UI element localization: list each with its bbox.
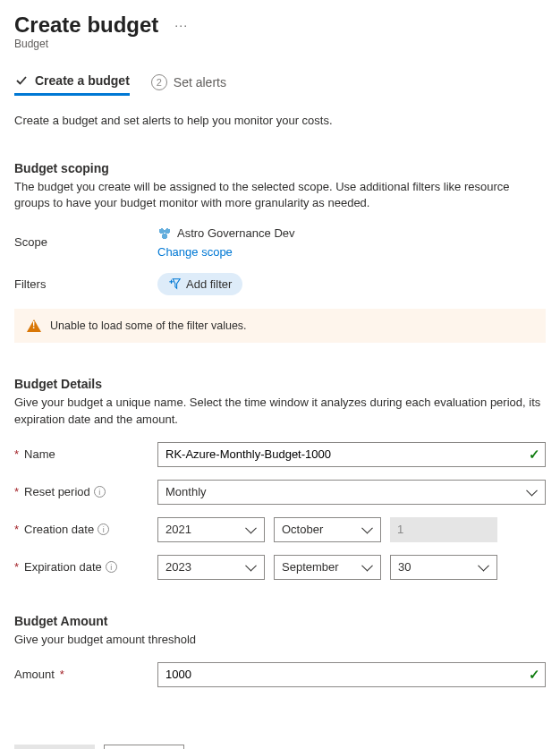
expiration-month-value: September <box>282 560 339 574</box>
expiration-month-select[interactable]: September <box>274 555 381 580</box>
section-heading-amount: Budget Amount <box>14 614 546 628</box>
amount-label: Amount <box>14 668 55 681</box>
section-heading-scoping: Budget scoping <box>14 161 546 175</box>
check-icon <box>14 73 29 88</box>
section-desc-details: Give your budget a unique name. Select t… <box>14 395 546 427</box>
creation-day-value: 1 <box>397 523 403 536</box>
breadcrumb: Budget <box>14 38 546 50</box>
scope-label: Scope <box>14 235 157 249</box>
management-group-icon <box>157 226 172 240</box>
creation-month-value: October <box>282 523 323 536</box>
info-icon[interactable]: i <box>98 523 109 535</box>
expiration-year-value: 2023 <box>165 560 191 574</box>
step-badge: 2 <box>151 74 167 90</box>
tab-label: Set alerts <box>174 75 226 89</box>
expiration-day-value: 30 <box>398 560 411 574</box>
warning-icon <box>27 319 41 332</box>
amount-input[interactable] <box>157 662 546 687</box>
page-title: Create budget <box>14 13 158 38</box>
creation-month-select[interactable]: October <box>274 517 381 542</box>
creation-date-label: Creation date <box>24 523 94 536</box>
tab-create-budget[interactable]: Create a budget <box>14 68 130 96</box>
creation-year-select[interactable]: 2021 <box>157 517 265 542</box>
section-desc-amount: Give your budget amount threshold <box>14 632 546 648</box>
info-icon[interactable]: i <box>94 486 106 498</box>
reset-period-value: Monthly <box>165 485 207 498</box>
valid-check-icon: ✓ <box>529 667 540 683</box>
next-button[interactable]: Next > <box>104 745 184 749</box>
filter-add-icon <box>168 277 181 290</box>
name-input[interactable] <box>157 442 546 467</box>
more-actions-button[interactable]: ··· <box>171 18 191 32</box>
expiration-date-label: Expiration date <box>24 560 102 574</box>
page-description: Create a budget and set alerts to help y… <box>14 114 546 127</box>
name-label: Name <box>24 447 55 461</box>
warning-banner: Unable to load some of the filter values… <box>14 309 546 343</box>
expiration-year-select[interactable]: 2023 <box>157 555 265 580</box>
expiration-day-select[interactable]: 30 <box>390 555 497 580</box>
section-desc-scoping: The budget you create will be assigned t… <box>14 179 546 211</box>
valid-check-icon: ✓ <box>529 447 540 463</box>
tab-label: Create a budget <box>35 73 130 88</box>
scope-value: Astro Governance Dev <box>177 226 295 240</box>
creation-day-readonly: 1 <box>390 517 497 542</box>
section-heading-details: Budget Details <box>14 377 546 391</box>
previous-button[interactable]: Previous <box>14 745 95 749</box>
reset-period-select[interactable]: Monthly <box>157 480 546 505</box>
change-scope-link[interactable]: Change scope <box>157 245 233 259</box>
info-icon[interactable]: i <box>106 561 117 573</box>
filters-label: Filters <box>14 277 157 291</box>
warning-text: Unable to load some of the filter values… <box>50 319 247 332</box>
creation-year-value: 2021 <box>165 523 191 536</box>
tab-set-alerts[interactable]: 2 Set alerts <box>151 69 226 96</box>
add-filter-label: Add filter <box>186 277 232 291</box>
reset-period-label: Reset period <box>24 485 90 498</box>
add-filter-button[interactable]: Add filter <box>157 273 242 295</box>
